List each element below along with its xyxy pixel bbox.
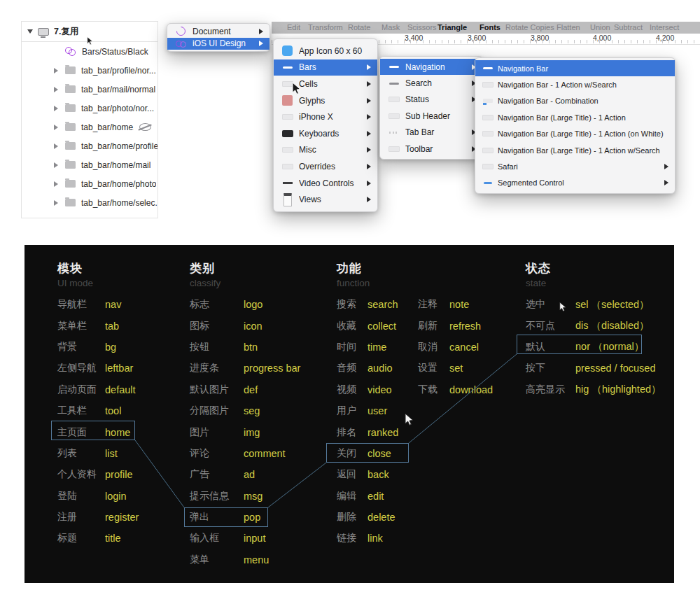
artboard-label: 7.复用 [54, 26, 78, 38]
toolbar-edit[interactable]: Edit [287, 23, 300, 31]
eye-slash-icon[interactable] [139, 123, 151, 131]
menu-item-document[interactable]: Document [167, 25, 270, 38]
ruler-tick-label: 4,000 [593, 34, 611, 42]
layer-row[interactable]: tab_bar/mail/normal [22, 80, 158, 99]
menu-item-misc[interactable]: Misc [274, 142, 377, 159]
triangle-right-icon[interactable] [54, 68, 58, 73]
toolbar-subtract[interactable]: Subtract [614, 23, 643, 31]
menu-item-overrides[interactable]: Overrides [274, 158, 377, 175]
video-controls-icon [281, 178, 293, 189]
layers-panel: 7.复用 Bars/Status/Black tab_bar/profile/n… [21, 21, 158, 218]
menu-item-search[interactable]: Search [380, 75, 482, 91]
folder-icon [65, 180, 76, 188]
navigation-submenu: Navigation Bar Navigation Bar - 1 Action… [475, 57, 676, 194]
menu-item-navbar-combination[interactable]: Navigation Bar - Combination [475, 93, 675, 109]
layer-row[interactable]: tab_bar/home/selec... [22, 193, 158, 212]
navbar-thumbnail-icon [482, 128, 493, 139]
menu-item-app-icon[interactable]: App Icon 60 x 60 [274, 43, 377, 59]
toolbar-union[interactable]: Union [590, 23, 610, 31]
toolbar-transform[interactable]: Transform [308, 23, 343, 31]
folder-icon [65, 161, 76, 169]
status-bar-icon [388, 94, 400, 105]
submenu-arrow-icon [367, 131, 371, 136]
ruler-tick-label: 3,400 [405, 34, 423, 42]
callout-box-pop [184, 507, 268, 527]
layer-row[interactable]: tab_bar/profile/nor... [22, 61, 158, 80]
folder-icon [65, 85, 76, 93]
insert-symbol-menu: Document iOS UI Design [167, 23, 270, 52]
menu-item-sub-header[interactable]: Sub Header [380, 108, 482, 124]
navigation-icon [388, 62, 400, 73]
callout-box-close [326, 443, 409, 463]
menu-item-navigation-bar[interactable]: Navigation Bar [475, 60, 675, 76]
navigation-bar-icon [482, 63, 493, 74]
navbar-thumbnail-icon [482, 112, 493, 123]
iphone-x-icon [281, 111, 293, 122]
layer-row[interactable]: tab_bar/home... [22, 118, 158, 136]
toolbar-rotate-copies[interactable]: Rotate Copies [505, 23, 554, 31]
document-symbols-icon [175, 26, 187, 37]
triangle-right-icon[interactable] [54, 200, 58, 206]
triangle-right-icon[interactable] [54, 106, 58, 111]
triangle-right-icon[interactable] [54, 181, 58, 187]
menu-item-toolbar[interactable]: Toolbar [380, 141, 482, 157]
naming-convention-panel: 模块 UI mode 类别 classify 功能 function 状态 st… [24, 245, 674, 583]
submenu-arrow-icon [367, 181, 371, 186]
layer-row[interactable]: tab_bar/photo/nor... [22, 99, 158, 118]
menu-item-segmented-control[interactable]: Segmented Control [475, 175, 675, 191]
menu-item-keyboards[interactable]: Keyboards [274, 125, 377, 142]
segmented-control-icon [482, 177, 493, 188]
menu-item-iphone-x[interactable]: iPhone X [274, 108, 377, 125]
toolbar-flatten[interactable]: Flatten [556, 23, 580, 31]
overrides-icon [281, 161, 293, 172]
ruler-tick-label: 3,800 [531, 34, 549, 42]
triangle-right-icon[interactable] [54, 87, 58, 92]
triangle-right-icon[interactable] [54, 125, 58, 130]
triangle-right-icon[interactable] [54, 143, 58, 149]
triangle-right-icon[interactable] [54, 162, 58, 168]
ruler-tick-label: 3,600 [468, 34, 486, 42]
menu-item-views[interactable]: Views [274, 191, 377, 208]
folder-icon [65, 123, 76, 131]
mouse-cursor [559, 302, 566, 312]
submenu-arrow-icon [367, 81, 371, 87]
toolbar-triangle[interactable]: Triangle [438, 23, 467, 31]
layer-row[interactable]: tab_bar/home/profile [22, 136, 158, 155]
artboard-icon [38, 28, 49, 36]
layer-row[interactable]: tab_bar/home/photo [22, 174, 158, 193]
toolbar-mask[interactable]: Mask [382, 23, 400, 31]
menu-item-tab-bar[interactable]: Tab Bar [380, 125, 482, 141]
mouse-cursor [87, 36, 93, 45]
menu-item-glyphs[interactable]: Glyphs [274, 92, 377, 109]
toolbar-fonts[interactable]: Fonts [479, 23, 500, 31]
menu-item-video-controls[interactable]: Video Controls [274, 175, 377, 192]
triangle-down-icon[interactable] [27, 29, 33, 34]
menu-item-bars[interactable]: Bars [274, 59, 377, 76]
folder-icon [65, 142, 76, 150]
toolbar-intersect[interactable]: Intersect [650, 23, 679, 31]
ios-ui-design-submenu: App Icon 60 x 60 Bars Cells Glyphs iPhon… [273, 38, 378, 212]
library-symbols-icon [175, 38, 187, 49]
menu-item-status[interactable]: Status [380, 92, 482, 108]
bars-icon [281, 62, 293, 73]
search-bar-icon [388, 78, 400, 89]
menu-item-cells[interactable]: Cells [274, 76, 377, 92]
submenu-arrow-icon [367, 98, 371, 104]
menu-item-navbar-large-1action-white[interactable]: Navigation Bar (Large Title) - 1 Action … [475, 126, 675, 142]
submenu-arrow-icon [259, 29, 263, 34]
canvas-toolbar: Edit Transform Rotate Mask Scissors Tria… [272, 22, 700, 34]
menu-item-safari[interactable]: Safari [475, 158, 675, 174]
layer-row[interactable]: tab_bar/home/mail [22, 155, 158, 174]
submenu-arrow-icon [664, 164, 668, 169]
toolbar-rotate[interactable]: Rotate [348, 23, 370, 31]
callout-box-home [51, 421, 135, 440]
menu-item-navbar-large-1action-search[interactable]: Navigation Bar (Large Title) - 1 Action … [475, 142, 675, 158]
menu-item-navbar-large-1action[interactable]: Navigation Bar (Large Title) - 1 Action [475, 109, 675, 125]
folder-icon [65, 104, 76, 112]
misc-icon [281, 144, 293, 155]
menu-item-navbar-1action-search[interactable]: Navigation Bar - 1 Action w/Search [475, 76, 675, 92]
toolbar-scissors[interactable]: Scissors [407, 23, 437, 31]
menu-item-ios-ui-design[interactable]: iOS UI Design [167, 38, 270, 50]
menu-item-navigation[interactable]: Navigation [380, 59, 482, 75]
submenu-arrow-icon [664, 180, 668, 185]
